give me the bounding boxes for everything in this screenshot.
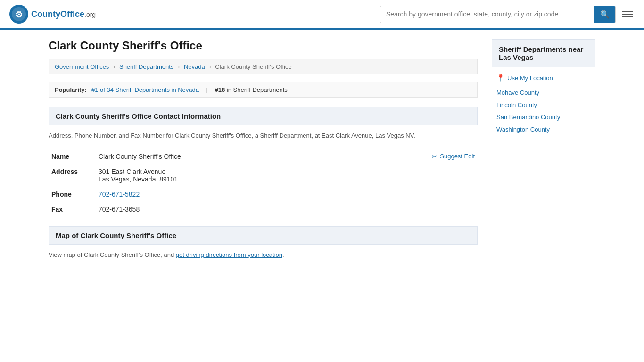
contact-description: Address, Phone Number, and Fax Number fo…	[49, 131, 478, 140]
edit-icon: ✂	[432, 153, 438, 160]
search-input[interactable]	[380, 7, 594, 22]
menu-icon-line3	[622, 16, 633, 17]
main-container: Clark County Sheriff's Office Government…	[39, 30, 605, 269]
phone-link[interactable]: 702-671-5822	[99, 190, 140, 198]
menu-icon-line1	[622, 11, 633, 12]
search-button[interactable]: 🔍	[594, 6, 615, 23]
address-value: 301 East Clark Avenue Las Vegas, Nevada,…	[96, 164, 478, 187]
menu-icon-line2	[622, 14, 633, 15]
table-row: Address 301 East Clark Avenue Las Vegas,…	[49, 164, 478, 187]
table-row: Phone 702-671-5822	[49, 187, 478, 202]
nearby-item-san-bernardino[interactable]: San Bernardino County	[496, 114, 560, 121]
svg-text:⚙: ⚙	[15, 10, 23, 19]
breadcrumb-sep-3: ›	[209, 63, 211, 70]
name-value: Clark County Sheriff's Office ✂ Suggest …	[96, 149, 478, 164]
use-location-row: 📍 Use My Location	[492, 71, 595, 84]
site-header: ⚙ CountyOffice.org 🔍	[0, 0, 644, 30]
search-icon: 🔍	[600, 10, 610, 18]
logo[interactable]: ⚙ CountyOffice.org	[9, 5, 96, 24]
popularity-rank1: #1 of 34 Sheriff Departments in Nevada	[91, 86, 199, 93]
nearby-list: Mohave County Lincoln County San Bernard…	[492, 86, 595, 135]
name-row: Clark County Sheriff's Office ✂ Suggest …	[99, 153, 475, 160]
search-bar: 🔍	[380, 6, 616, 23]
popularity-label: Popularity:	[55, 86, 87, 93]
breadcrumb-sep-1: ›	[113, 63, 115, 70]
nearby-item-lincoln[interactable]: Lincoln County	[496, 101, 537, 108]
location-pin-icon: 📍	[496, 74, 504, 82]
breadcrumb-item-sheriff[interactable]: Sheriff Departments	[119, 63, 173, 70]
logo-text: CountyOffice.org	[31, 9, 96, 19]
popularity-rank2: #18 in Sheriff Departments	[215, 86, 287, 93]
sidebar: Sheriff Departments near Las Vegas 📍 Use…	[492, 39, 595, 259]
map-section-header: Map of Clark County Sheriff's Office	[49, 226, 478, 245]
contact-table: Name Clark County Sheriff's Office ✂ Sug…	[49, 149, 478, 217]
sidebar-header: Sheriff Departments near Las Vegas	[492, 39, 595, 67]
map-description: View map of Clark County Sheriff's Offic…	[49, 250, 478, 260]
address-line2: Las Vegas, Nevada, 89101	[99, 175, 475, 183]
content-area: Clark County Sheriff's Office Government…	[49, 39, 478, 259]
list-item: Lincoln County	[492, 99, 595, 111]
contact-section: Clark County Sheriff's Office Contact In…	[49, 107, 478, 217]
table-row: Name Clark County Sheriff's Office ✂ Sug…	[49, 149, 478, 164]
map-section: Map of Clark County Sheriff's Office Vie…	[49, 226, 478, 260]
driving-directions-link[interactable]: get driving directions from your locatio…	[176, 251, 282, 258]
table-row: Fax 702-671-3658	[49, 202, 478, 217]
menu-button[interactable]	[620, 9, 635, 19]
header-controls: 🔍	[380, 6, 635, 23]
address-line1: 301 East Clark Avenue	[99, 168, 475, 175]
breadcrumb-sep-2: ›	[178, 63, 180, 70]
breadcrumb: Government Offices › Sheriff Departments…	[49, 59, 478, 74]
suggest-edit-button[interactable]: ✂ Suggest Edit	[432, 153, 475, 160]
use-location-link[interactable]: Use My Location	[507, 74, 553, 82]
breadcrumb-item-current: Clark County Sheriff's Office	[215, 63, 291, 70]
address-label: Address	[49, 164, 96, 187]
popularity-bar: Popularity: #1 of 34 Sheriff Departments…	[49, 82, 478, 98]
fax-value: 702-671-3658	[96, 202, 478, 217]
phone-label: Phone	[49, 187, 96, 202]
phone-value: 702-671-5822	[96, 187, 478, 202]
popularity-divider: |	[206, 86, 207, 93]
fax-label: Fax	[49, 202, 96, 217]
list-item: San Bernardino County	[492, 111, 595, 123]
contact-section-header: Clark County Sheriff's Office Contact In…	[49, 107, 478, 125]
logo-icon: ⚙	[9, 5, 28, 24]
breadcrumb-item-govt-offices[interactable]: Government Offices	[55, 63, 109, 70]
nearby-item-washington[interactable]: Washington County	[496, 126, 550, 133]
name-label: Name	[49, 149, 96, 164]
list-item: Washington County	[492, 123, 595, 135]
page-title: Clark County Sheriff's Office	[49, 39, 478, 52]
breadcrumb-item-nevada[interactable]: Nevada	[184, 63, 205, 70]
list-item: Mohave County	[492, 86, 595, 99]
nearby-item-mohave[interactable]: Mohave County	[496, 89, 539, 96]
